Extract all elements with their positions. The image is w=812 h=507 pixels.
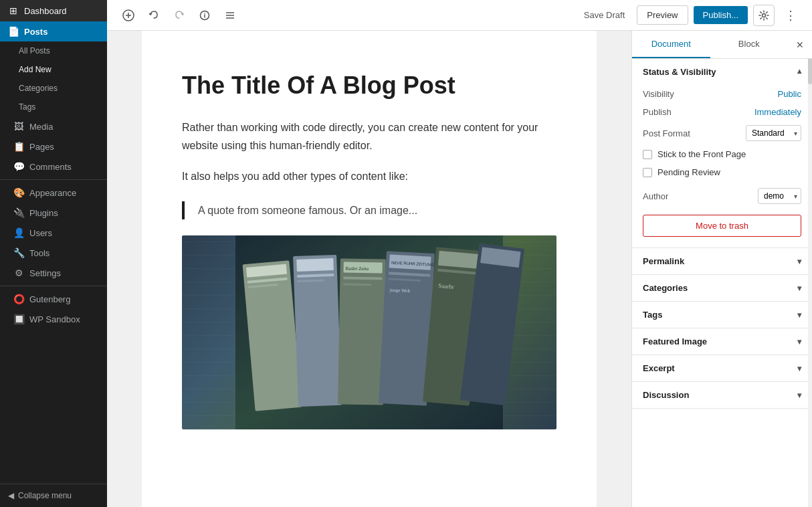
sidebar-item-tags[interactable]: Tags xyxy=(0,98,107,116)
dashboard-icon: ⊞ xyxy=(8,5,19,16)
plugins-icon: 🔌 xyxy=(13,207,24,218)
sidebar-item-users[interactable]: 👤 Users xyxy=(0,223,107,243)
tags-header[interactable]: Tags ▾ xyxy=(632,302,812,328)
topbar-left xyxy=(118,5,241,26)
redo-icon xyxy=(174,10,185,21)
permalink-section: Permalink ▾ xyxy=(632,248,812,275)
sidebar-item-all-posts[interactable]: All Posts xyxy=(0,41,107,60)
panel-close-button[interactable]: ✕ xyxy=(788,31,812,58)
svg-point-5 xyxy=(204,13,205,14)
publish-row: Publish Immediately xyxy=(643,103,801,121)
permalink-header[interactable]: Permalink ▾ xyxy=(632,248,812,274)
collapse-icon: ◀ xyxy=(8,491,14,500)
right-panel: Document Block ✕ Status & Visibility ▾ V… xyxy=(631,31,812,507)
stick-front-row: Stick to the Front Page xyxy=(643,145,801,163)
comments-icon: 💬 xyxy=(13,161,24,172)
move-to-trash-button[interactable]: Move to trash xyxy=(643,215,801,237)
gear-icon xyxy=(758,10,769,21)
svg-text:Basler Zeitu: Basler Zeitu xyxy=(346,266,369,272)
visibility-value[interactable]: Public xyxy=(778,89,801,99)
sidebar-item-pages[interactable]: 📋 Pages xyxy=(0,136,107,157)
author-select-wrapper: demo xyxy=(758,188,801,204)
post-format-select-wrapper: Standard Aside Chat Gallery Link Image Q… xyxy=(746,125,801,141)
blockquote[interactable]: A quote from someone famous. Or an image… xyxy=(182,201,556,219)
categories-section: Categories ▾ xyxy=(632,275,812,302)
svg-rect-15 xyxy=(293,255,342,407)
author-select[interactable]: demo xyxy=(758,188,801,204)
sidebar-item-comments[interactable]: 💬 Comments xyxy=(0,157,107,177)
gutenberg-icon: ⭕ xyxy=(13,294,24,304)
wp-sandbox-icon: 🔲 xyxy=(13,314,24,324)
tags-section: Tags ▾ xyxy=(632,302,812,328)
post-title[interactable]: The Title Of A Blog Post xyxy=(182,71,556,100)
sidebar-item-posts[interactable]: 📄 Posts xyxy=(0,21,107,41)
panel-tabs: Document Block ✕ xyxy=(632,31,812,59)
pending-review-checkbox[interactable] xyxy=(643,168,652,177)
sidebar-item-media[interactable]: 🖼 Media xyxy=(0,116,107,136)
status-visibility-body: Visibility Public Publish Immediately Po… xyxy=(632,85,812,247)
discussion-chevron: ▾ xyxy=(797,391,801,400)
paragraph-1[interactable]: Rather than working with code directly, … xyxy=(182,118,556,155)
discussion-header[interactable]: Discussion ▾ xyxy=(632,382,812,408)
add-block-button[interactable] xyxy=(118,5,139,26)
stick-front-checkbox[interactable] xyxy=(643,150,652,159)
post-image: Basler Zeitu NEUE RUHR ZEITUNG junge Wel… xyxy=(182,235,556,429)
redo-button[interactable] xyxy=(169,5,190,26)
visibility-row: Visibility Public xyxy=(643,85,801,103)
status-visibility-chevron: ▾ xyxy=(797,68,801,77)
more-options-button[interactable]: ⋮ xyxy=(780,5,801,26)
excerpt-chevron: ▾ xyxy=(797,364,801,373)
pages-icon: 📋 xyxy=(13,141,24,152)
categories-chevron: ▾ xyxy=(797,284,801,293)
users-icon: 👤 xyxy=(13,227,24,238)
pending-review-row: Pending Review xyxy=(643,163,801,181)
save-draft-button[interactable]: Save Draft xyxy=(577,6,631,24)
sidebar-item-appearance[interactable]: 🎨 Appearance xyxy=(0,183,107,203)
scrollbar-track[interactable] xyxy=(808,31,812,507)
sidebar-item-plugins[interactable]: 🔌 Plugins xyxy=(0,203,107,223)
info-button[interactable] xyxy=(194,5,215,26)
sidebar-item-dashboard[interactable]: ⊞ Dashboard xyxy=(0,0,107,21)
settings-gear-button[interactable] xyxy=(753,5,775,26)
status-visibility-header[interactable]: Status & Visibility ▾ xyxy=(632,59,812,85)
sidebar-item-settings[interactable]: ⚙ Settings xyxy=(0,263,107,283)
collapse-menu-button[interactable]: ◀ Collapse menu xyxy=(0,484,107,507)
close-icon: ✕ xyxy=(796,39,804,50)
sidebar-item-categories[interactable]: Categories xyxy=(0,79,107,98)
list-icon xyxy=(225,10,235,21)
discussion-section: Discussion ▾ xyxy=(632,382,812,409)
featured-image-header[interactable]: Featured Image ▾ xyxy=(632,328,812,354)
info-icon xyxy=(199,10,210,21)
publish-button[interactable]: Publish... xyxy=(694,6,748,24)
status-visibility-section: Status & Visibility ▾ Visibility Public … xyxy=(632,59,812,248)
editor-main: The Title Of A Blog Post Rather than wor… xyxy=(107,31,631,507)
excerpt-header[interactable]: Excerpt ▾ xyxy=(632,355,812,381)
tab-block[interactable]: Block xyxy=(710,31,789,58)
tab-document[interactable]: Document xyxy=(632,31,710,58)
post-format-select[interactable]: Standard Aside Chat Gallery Link Image Q… xyxy=(746,125,801,141)
tags-chevron: ▾ xyxy=(797,310,801,320)
svg-point-9 xyxy=(763,13,766,17)
sidebar-item-tools[interactable]: 🔧 Tools xyxy=(0,243,107,263)
newspaper-image: Basler Zeitu NEUE RUHR ZEITUNG junge Wel… xyxy=(182,235,556,429)
categories-header[interactable]: Categories ▾ xyxy=(632,275,812,301)
settings-icon: ⚙ xyxy=(13,268,24,278)
plus-icon xyxy=(122,9,134,21)
list-view-button[interactable] xyxy=(219,5,241,26)
sidebar-item-gutenberg[interactable]: ⭕ Gutenberg xyxy=(0,289,107,309)
post-format-row: Post Format Standard Aside Chat Gallery … xyxy=(643,121,801,145)
preview-button[interactable]: Preview xyxy=(637,5,688,25)
topbar: Save Draft Preview Publish... ⋮ xyxy=(107,0,812,31)
paragraph-2[interactable]: It also helps you add other types of con… xyxy=(182,167,556,185)
svg-rect-19 xyxy=(338,258,386,405)
undo-button[interactable] xyxy=(143,5,165,26)
featured-image-chevron: ▾ xyxy=(797,337,801,346)
sidebar: ⊞ Dashboard 📄 Posts All Posts Add New Ca… xyxy=(0,0,107,507)
tools-icon: 🔧 xyxy=(13,247,24,258)
post-body: Rather than working with code directly, … xyxy=(182,118,556,429)
permalink-chevron: ▾ xyxy=(797,257,801,266)
svg-text:junge Welt: junge Welt xyxy=(389,288,411,294)
publish-value[interactable]: Immediately xyxy=(754,107,801,117)
sidebar-item-wp-sandbox[interactable]: 🔲 WP Sandbox xyxy=(0,309,107,329)
sidebar-item-add-new[interactable]: Add New xyxy=(0,60,107,79)
